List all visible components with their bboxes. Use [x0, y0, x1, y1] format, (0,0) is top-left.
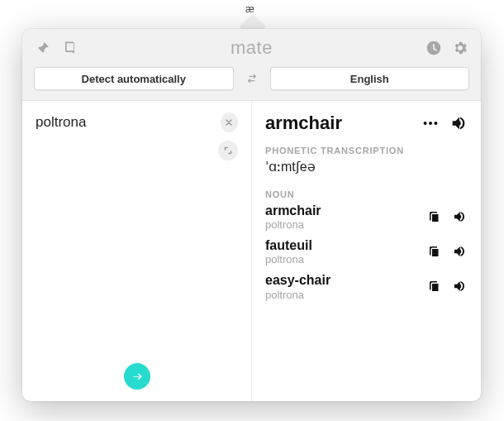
popover: mate Detect automatically English	[22, 29, 481, 401]
result-pane: armchair PHONETIC TRANSCRIPTION ˈɑːmtʃeə…	[252, 101, 481, 401]
source-input[interactable]	[36, 114, 216, 131]
copy-icon[interactable]	[426, 243, 443, 260]
speak-icon[interactable]	[451, 208, 468, 225]
history-icon[interactable]	[425, 39, 443, 57]
speak-icon[interactable]	[451, 278, 468, 294]
definition-row: armchair poltrona	[265, 203, 468, 231]
app-title: mate	[231, 37, 273, 59]
pin-icon[interactable]	[34, 39, 52, 57]
definition-list: armchair poltrona fauteuil poltrona	[265, 203, 468, 301]
copy-icon[interactable]	[426, 208, 443, 225]
target-language-button[interactable]: English	[270, 67, 470, 90]
svg-point-2	[434, 122, 437, 125]
phonetic-label: PHONETIC TRANSCRIPTION	[265, 146, 468, 155]
definition-row: fauteuil poltrona	[265, 237, 468, 266]
source-language-button[interactable]: Detect automatically	[34, 67, 234, 90]
svg-point-1	[429, 122, 432, 125]
clear-input-button[interactable]	[221, 112, 238, 132]
phonetic-value: ˈɑːmtʃeə	[265, 159, 468, 175]
result-word: armchair	[265, 112, 342, 134]
speak-icon[interactable]	[451, 243, 468, 260]
definition-back: poltrona	[265, 289, 330, 301]
speak-result-icon[interactable]	[449, 114, 468, 132]
definition-row: easy-chair poltrona	[265, 272, 468, 300]
definition-back: poltrona	[265, 218, 321, 231]
phrasebook-icon[interactable]	[60, 39, 78, 57]
definition-term: fauteuil	[265, 237, 312, 253]
header: mate Detect automatically English	[22, 29, 481, 101]
copy-icon[interactable]	[426, 278, 443, 294]
swap-languages-button[interactable]	[240, 67, 264, 90]
svg-point-0	[424, 122, 427, 125]
more-icon[interactable]	[421, 114, 440, 132]
expand-input-button[interactable]	[218, 141, 238, 160]
pos-label: NOUN	[265, 189, 468, 199]
phonetic-tag: æ	[245, 3, 254, 15]
input-pane	[22, 101, 252, 401]
definition-term: armchair	[265, 203, 321, 218]
definition-back: poltrona	[265, 253, 312, 266]
settings-icon[interactable]	[451, 39, 469, 57]
definition-term: easy-chair	[265, 272, 330, 288]
translate-button[interactable]	[124, 363, 150, 390]
